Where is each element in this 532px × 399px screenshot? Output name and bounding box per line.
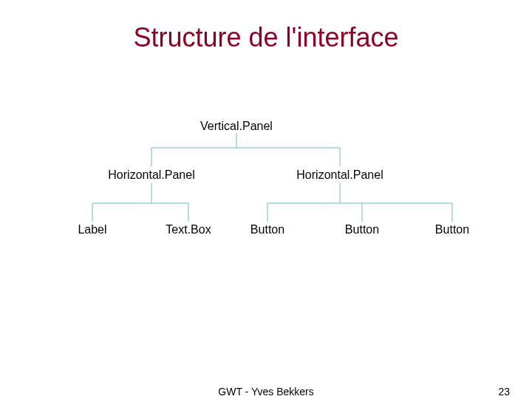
node-horizontal-panel-right: Horizontal.Panel (296, 168, 383, 182)
tree-connectors (0, 0, 532, 399)
node-button-1: Button (250, 223, 284, 236)
slide-title: Structure de l'interface (0, 22, 532, 53)
node-textbox: Text.Box (166, 223, 211, 236)
node-label: Label (78, 223, 106, 236)
footer-author: GWT - Yves Bekkers (218, 386, 313, 398)
footer-page-number: 23 (498, 386, 510, 398)
node-button-2: Button (345, 223, 379, 236)
node-button-3: Button (435, 223, 469, 236)
node-vertical-panel: Vertical.Panel (200, 120, 273, 133)
node-horizontal-panel-left: Horizontal.Panel (108, 168, 194, 182)
